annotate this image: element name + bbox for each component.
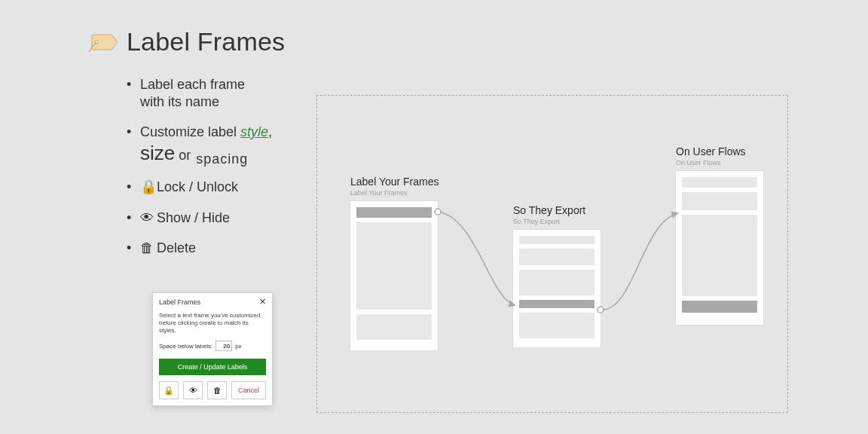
frame-b-sublabel: So They Export [513, 218, 560, 225]
frame-a [350, 201, 438, 350]
frame-a-footer [356, 314, 432, 340]
lock-icon: 🔒 [164, 386, 174, 396]
frame-c-label: On User Flows [676, 145, 746, 157]
frame-b-row [519, 270, 594, 295]
spacing-label: Space below labels: [159, 343, 212, 350]
frame-a-sublabel: Label Your Frames [350, 189, 408, 197]
feature-lock: 🔒Lock / Unlock [124, 179, 300, 196]
feature-visibility: 👁Show / Hide [124, 209, 300, 227]
diagram-canvas: Label Your Frames Label Your Frames So T… [316, 95, 788, 413]
dialog-title: Label Frames [159, 298, 200, 306]
frame-b-row [519, 249, 594, 265]
frame-a-bar [356, 207, 432, 218]
visibility-button[interactable]: 👁 [183, 381, 203, 399]
frame-b [513, 230, 601, 347]
frame-a-body [356, 222, 432, 310]
frame-b-row [519, 300, 594, 308]
dialog-header: Label Frames ✕ [159, 298, 266, 306]
frame-b-row [519, 236, 594, 244]
dialog-description: Select a text frame you've customized be… [159, 312, 266, 335]
spacing-word: spacing [194, 151, 248, 167]
frame-c-row [682, 301, 757, 313]
feature-name: Label each frame with its name [124, 76, 300, 110]
frame-b-label: So They Export [513, 204, 585, 216]
lock-button[interactable]: 🔒 [159, 381, 179, 399]
frame-c-row [682, 177, 757, 188]
frame-c [676, 171, 763, 325]
frame-a-label: Label Your Frames [350, 176, 439, 188]
title-row: Label Frames [89, 27, 300, 57]
style-word: style [240, 124, 268, 139]
eye-icon: 👁 [189, 386, 197, 395]
cancel-button[interactable]: Cancel [231, 381, 266, 399]
spacing-row: Space below labels: px [159, 341, 266, 351]
feature-style: Customize label style, size or spacing [124, 124, 300, 165]
close-icon[interactable]: ✕ [259, 298, 266, 306]
trash-icon: 🗑 [140, 240, 154, 257]
info-column: Label Frames Label each frame with its n… [89, 27, 300, 270]
create-update-button[interactable]: Create / Update Labels [159, 359, 266, 375]
tag-icon [89, 32, 119, 53]
page-title: Label Frames [127, 27, 285, 57]
size-word: size [140, 142, 175, 164]
eye-icon: 👁 [140, 209, 154, 227]
feature-delete: 🗑Delete [124, 240, 300, 257]
spacing-input[interactable] [215, 341, 232, 351]
delete-button[interactable]: 🗑 [207, 381, 227, 399]
frame-c-row [682, 192, 757, 210]
trash-icon: 🗑 [213, 386, 222, 395]
frame-c-sublabel: On User Flows [676, 159, 721, 167]
frame-b-row [519, 313, 594, 338]
feature-list: Label each frame with its name Customize… [124, 76, 300, 257]
frame-c-row [682, 215, 757, 296]
label-frames-dialog: Label Frames ✕ Select a text frame you'v… [152, 292, 273, 406]
spacing-unit: px [235, 343, 241, 350]
lock-icon: 🔒 [140, 179, 154, 196]
dialog-button-row: 🔒 👁 🗑 Cancel [159, 381, 266, 399]
